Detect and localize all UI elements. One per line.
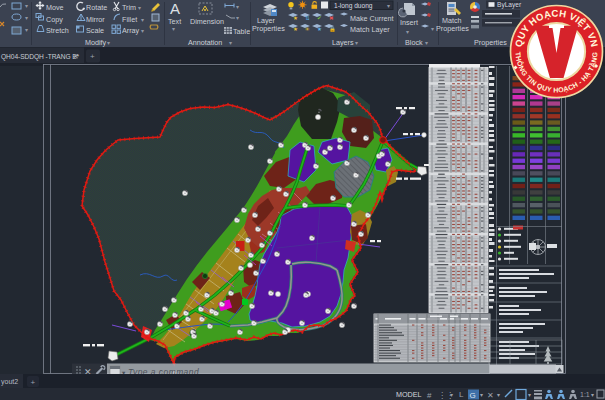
svg-text:Copy: Copy <box>46 15 63 24</box>
svg-text:▾: ▾ <box>355 40 358 46</box>
svg-text:▾: ▾ <box>591 392 594 398</box>
svg-text:🔒: 🔒 <box>329 25 336 33</box>
svg-text:yout2: yout2 <box>1 378 18 386</box>
svg-text:G: G <box>470 391 476 400</box>
svg-text:+: + <box>90 52 95 61</box>
svg-text:⇅: ⇅ <box>305 15 310 21</box>
svg-text:#: # <box>427 391 432 400</box>
svg-text:Properties: Properties <box>436 24 469 33</box>
svg-text:★: ★ <box>317 26 322 32</box>
svg-text:QH04-SDDQH -TRANG E*: QH04-SDDQH -TRANG E* <box>1 53 80 61</box>
svg-text:Make Current: Make Current <box>350 14 394 23</box>
svg-text:L: L <box>459 390 464 399</box>
svg-text:▾: ▾ <box>107 40 110 46</box>
svg-text:▾: ▾ <box>480 392 483 398</box>
svg-text:Text: Text <box>168 17 181 26</box>
svg-text:Layers: Layers <box>332 38 354 47</box>
svg-text:Properties: Properties <box>252 24 285 33</box>
svg-text:ByLayer: ByLayer <box>497 1 522 9</box>
svg-text:Move: Move <box>46 3 64 12</box>
svg-text:▾: ▾ <box>229 40 232 46</box>
svg-text:▾: ▾ <box>425 40 428 46</box>
svg-text:▾: ▾ <box>141 17 144 23</box>
svg-text:☀: ☀ <box>305 26 310 32</box>
svg-text:+: + <box>31 378 36 387</box>
svg-text:Block: Block <box>405 38 423 47</box>
svg-text:Scale: Scale <box>86 26 104 35</box>
svg-text:Properties: Properties <box>474 38 507 47</box>
svg-text:Annotation: Annotation <box>188 38 222 47</box>
svg-text:Dimension: Dimension <box>190 17 224 26</box>
svg-text:▾: ▾ <box>450 392 453 398</box>
svg-text:Trim: Trim <box>122 3 136 12</box>
svg-text:MODEL: MODEL <box>396 390 422 399</box>
svg-text:Table: Table <box>233 27 250 36</box>
svg-text:★: ★ <box>293 15 298 21</box>
svg-text:Rotate: Rotate <box>86 3 107 12</box>
svg-text:Mirror: Mirror <box>86 15 105 24</box>
svg-text:✕: ✕ <box>73 52 79 61</box>
svg-text:▾: ▾ <box>497 392 500 398</box>
svg-text:▾: ▾ <box>387 3 390 9</box>
svg-text:Modify: Modify <box>85 38 107 47</box>
svg-text:▾: ▾ <box>406 29 409 35</box>
svg-text:▾: ▾ <box>25 3 28 9</box>
svg-text:1:1: 1:1 <box>580 391 590 398</box>
svg-text:▾: ▾ <box>141 28 144 34</box>
svg-text:✔: ✔ <box>317 15 322 21</box>
svg-text:1-long duong: 1-long duong <box>334 2 373 10</box>
svg-text:▾: ▾ <box>236 15 239 21</box>
svg-text:Stretch: Stretch <box>46 26 69 35</box>
svg-text:Fillet: Fillet <box>122 15 137 24</box>
svg-text:▾: ▾ <box>172 26 175 32</box>
svg-text:Array: Array <box>122 26 140 35</box>
svg-text:▾: ▾ <box>25 27 28 33</box>
svg-text:▾: ▾ <box>25 15 28 21</box>
svg-text:✕: ✕ <box>487 391 494 400</box>
svg-text:✖: ✖ <box>329 15 334 21</box>
svg-text:A: A <box>170 0 180 17</box>
svg-text:Insert: Insert <box>400 18 418 27</box>
svg-text:▾: ▾ <box>236 4 239 10</box>
svg-text:▾: ▾ <box>431 26 434 32</box>
svg-text:★: ★ <box>293 26 298 32</box>
svg-text:Match Layer: Match Layer <box>350 25 390 34</box>
svg-text:▾: ▾ <box>528 392 531 398</box>
svg-text:▾: ▾ <box>138 5 141 11</box>
